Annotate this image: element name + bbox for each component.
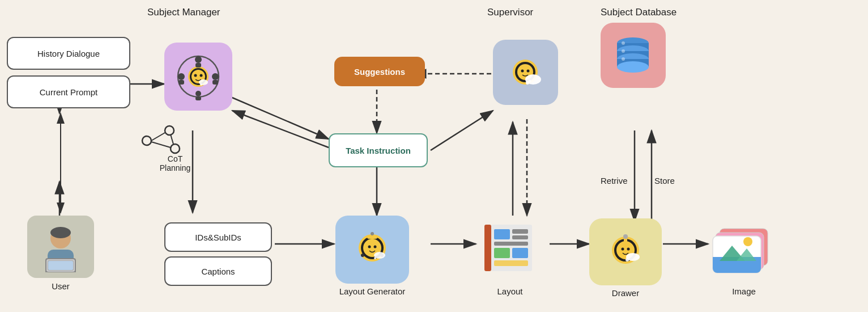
svg-point-98 [743,237,752,246]
svg-rect-78 [494,242,528,246]
svg-point-29 [200,83,202,86]
svg-line-43 [171,134,173,144]
svg-point-100 [50,227,71,238]
svg-point-88 [626,258,629,262]
store-label: Store [654,176,675,185]
current-prompt-box: Current Prompt [7,75,130,108]
svg-point-39 [165,126,174,135]
retrive-label: Retrive [601,176,628,185]
task-instruction-box: Task Instruction [329,133,428,167]
ids-subids-box: IDs&SubIDs [164,222,272,252]
suggestions-box: Suggestions [334,57,425,86]
cot-planning-label: CoTPlanning [138,154,212,172]
svg-rect-79 [494,248,510,258]
svg-point-61 [622,57,625,61]
drawer-label: Drawer [589,288,662,298]
svg-rect-76 [512,229,528,234]
svg-point-65 [368,246,371,248]
drawer-icon [589,218,662,285]
captions-box: Captions [164,256,272,286]
svg-point-26 [194,74,197,77]
svg-rect-73 [484,225,491,271]
user-label: User [27,281,94,291]
svg-rect-81 [494,260,528,266]
svg-line-7 [229,96,329,139]
svg-point-34 [195,56,202,63]
history-dialogue-box: History Dialogue [7,37,130,70]
user-icon [27,216,94,278]
svg-point-48 [527,70,530,73]
svg-rect-35 [195,63,201,68]
layout-generator-icon [335,216,409,284]
svg-rect-33 [212,80,218,85]
svg-point-60 [622,49,625,53]
image-icon [708,220,782,283]
svg-point-66 [373,246,376,248]
subject-manager-icon [164,43,232,111]
svg-point-51 [529,80,531,83]
svg-point-32 [212,73,219,80]
svg-point-38 [142,136,151,145]
svg-point-58 [617,61,649,73]
svg-rect-75 [494,229,510,239]
image-label: Image [710,286,778,296]
svg-point-36 [195,91,201,96]
svg-point-40 [171,144,180,153]
svg-rect-80 [512,248,528,258]
svg-point-85 [621,248,624,251]
layout-icon [476,220,547,283]
svg-rect-37 [195,96,201,100]
svg-point-86 [627,248,629,251]
svg-rect-77 [512,235,528,239]
diagram: Subject Manager Supervisor Subject Datab… [0,0,868,312]
subject-database-label: Subject Database [601,7,676,18]
svg-line-41 [151,133,165,141]
supervisor-label: Supervisor [487,7,533,18]
subject-database-icon [601,23,666,88]
svg-point-90 [623,234,628,239]
svg-point-68 [371,232,374,235]
svg-point-69 [361,254,364,257]
svg-point-47 [521,70,524,73]
svg-rect-31 [178,80,184,85]
svg-rect-67 [367,235,377,239]
supervisor-icon [493,40,558,105]
svg-point-72 [374,257,376,259]
svg-line-10 [431,111,493,150]
svg-line-42 [151,142,171,147]
subject-manager-label: Subject Manager [147,7,220,18]
svg-line-12 [232,111,329,147]
layout-generator-label: Layout Generator [335,286,409,296]
svg-point-30 [178,73,185,80]
svg-point-59 [622,41,625,45]
svg-rect-105 [48,261,73,270]
layout-label: Layout [479,286,541,296]
svg-point-27 [200,74,203,77]
